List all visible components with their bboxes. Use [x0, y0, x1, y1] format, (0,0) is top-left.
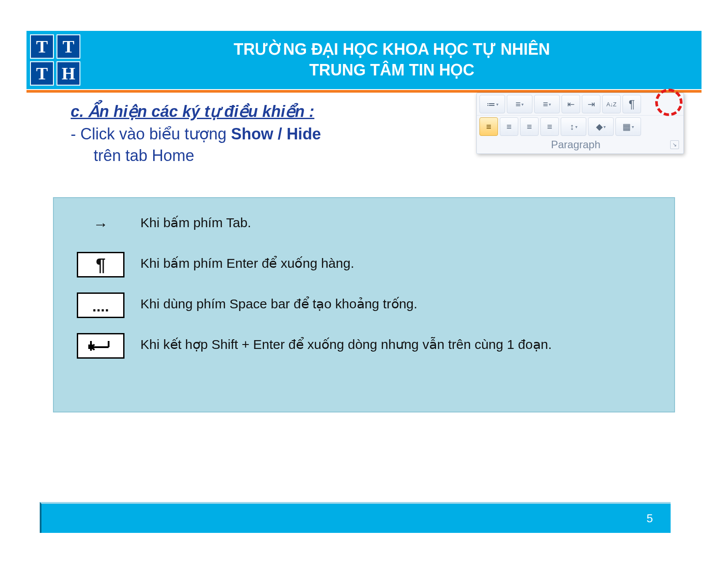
align-right-icon: ≡	[527, 122, 532, 132]
dialog-launcher[interactable]: ↘	[670, 140, 679, 149]
paragraph-ribbon-group: ≔▾ ≡▾ ≡▾ ⇤ ⇥ A↓Z ¶ ≡ ≡ ≡ ≡ ↕▾ ◆▾ ▦▾ Para…	[476, 93, 684, 154]
ribbon-row-1: ≔▾ ≡▾ ≡▾ ⇤ ⇥ A↓Z ¶	[477, 93, 683, 115]
increase-indent-icon: ⇥	[588, 99, 595, 109]
info-text-tab: Khi bấm phím Tab.	[140, 211, 656, 232]
line-spacing-button[interactable]: ↕▾	[561, 117, 586, 136]
info-row-enter: ¶ Khi bấm phím Enter để xuống hàng.	[77, 252, 656, 277]
info-row-tab: → Khi bấm phím Tab.	[77, 211, 656, 237]
justify-button[interactable]: ≡	[540, 117, 559, 136]
justify-icon: ≡	[547, 122, 552, 132]
align-right-button[interactable]: ≡	[520, 117, 539, 136]
shading-icon: ◆	[596, 121, 603, 132]
svg-rect-0	[88, 345, 93, 349]
align-center-icon: ≡	[506, 122, 512, 132]
show-hide-button[interactable]: ¶	[622, 95, 641, 113]
info-text-enter: Khi bấm phím Enter để xuống hàng.	[140, 252, 656, 273]
bullet-list-icon: ≔	[487, 99, 495, 109]
logo-tile-t1: T	[30, 34, 54, 59]
align-center-button[interactable]: ≡	[500, 117, 518, 136]
borders-button[interactable]: ▦▾	[615, 117, 641, 136]
logo-tile-t2: T	[57, 34, 80, 59]
header-banner: T T T H TRƯỜNG ĐẠI HỌC KHOA HỌC TỰ NHIÊN…	[26, 31, 702, 89]
soft-return-icon	[77, 333, 124, 359]
decrease-indent-button[interactable]: ⇤	[562, 95, 580, 113]
slide: T T T H TRƯỜNG ĐẠI HỌC KHOA HỌC TỰ NHIÊN…	[0, 0, 728, 562]
number-list-icon: ≡	[516, 99, 521, 109]
instruction-bold: Show / Hide	[231, 125, 321, 143]
pilcrow-box-icon: ¶	[77, 252, 124, 277]
info-text-space: Khi dùng phím Space bar để tạo khoảng tr…	[140, 292, 656, 313]
org-logo: T T T H	[28, 33, 82, 87]
info-text-shift-enter: Khi kết hợp Shift + Enter để xuống dòng …	[140, 333, 656, 354]
line-spacing-icon: ↕	[570, 122, 574, 132]
center-name: TRUNG TÂM TIN HỌC	[82, 60, 702, 81]
ribbon-row-2: ≡ ≡ ≡ ≡ ↕▾ ◆▾ ▦▾	[477, 115, 683, 138]
logo-tile-h: H	[57, 61, 80, 86]
multilevel-list-button[interactable]: ≡▾	[534, 95, 560, 113]
logo-tile-t3: T	[30, 61, 54, 86]
align-left-icon: ≡	[486, 122, 491, 132]
increase-indent-button[interactable]: ⇥	[582, 95, 600, 113]
page-number: 5	[647, 512, 653, 525]
align-left-button[interactable]: ≡	[479, 117, 498, 136]
group-label: Paragraph	[481, 139, 670, 151]
sort-icon: A↓Z	[606, 101, 616, 108]
info-row-shift-enter: Khi kết hợp Shift + Enter để xuống dòng …	[77, 333, 656, 359]
soft-return-svg-icon	[87, 338, 114, 353]
ribbon-footer: Paragraph ↘	[477, 138, 683, 154]
bullet-list-button[interactable]: ≔▾	[479, 95, 505, 113]
footer-bar: 5	[40, 502, 671, 533]
header-titles: TRƯỜNG ĐẠI HỌC KHOA HỌC TỰ NHIÊN TRUNG T…	[82, 39, 702, 81]
space-dots-icon: ....	[77, 292, 124, 318]
info-box: → Khi bấm phím Tab. ¶ Khi bấm phím Enter…	[53, 197, 675, 412]
tab-arrow-icon: →	[77, 211, 124, 237]
pilcrow-icon: ¶	[629, 97, 635, 111]
sort-button[interactable]: A↓Z	[602, 95, 621, 113]
university-name: TRƯỜNG ĐẠI HỌC KHOA HỌC TỰ NHIÊN	[82, 39, 702, 60]
shading-button[interactable]: ◆▾	[588, 117, 614, 136]
multilevel-list-icon: ≡	[543, 99, 548, 109]
number-list-button[interactable]: ≡▾	[507, 95, 532, 113]
info-row-space: .... Khi dùng phím Space bar để tạo khoả…	[77, 292, 656, 318]
instruction-suffix: trên tab Home	[71, 146, 194, 165]
instruction-prefix: - Click vào biểu tượng	[71, 125, 231, 143]
decrease-indent-icon: ⇤	[567, 99, 575, 109]
borders-icon: ▦	[622, 121, 631, 132]
